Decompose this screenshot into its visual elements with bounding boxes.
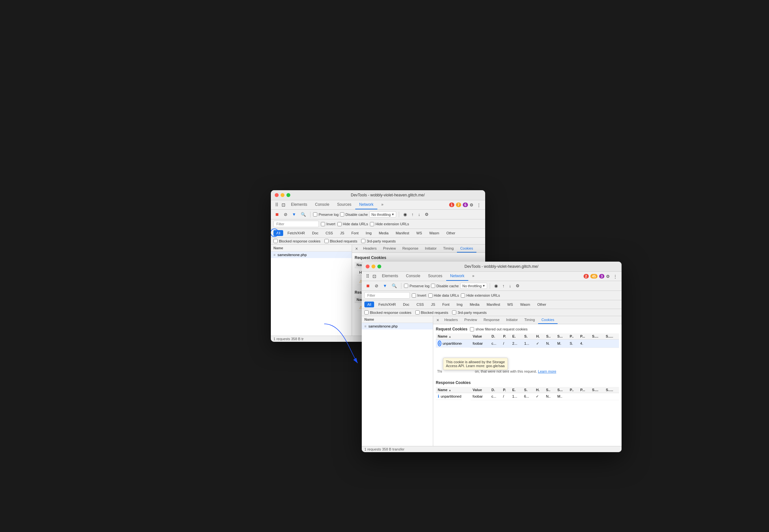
invert-checkbox-2[interactable] (412, 293, 416, 298)
blocked-cookies-cb-2[interactable] (364, 310, 368, 315)
third-party-cb-2[interactable] (452, 310, 456, 315)
close-detail-btn-2[interactable]: × (435, 316, 441, 324)
more-btn-1[interactable]: ⋮ (475, 202, 483, 208)
show-filtered-cb-2[interactable] (470, 327, 474, 331)
wifi-icon-1[interactable]: ◉ (402, 211, 409, 218)
blocked-req-cb-1[interactable] (324, 239, 329, 243)
preserve-log-label-1[interactable]: Preserve log (313, 212, 339, 217)
devtools-icon-1[interactable]: ⠿ (273, 201, 280, 208)
s5-col-h2[interactable]: S..... (604, 333, 619, 340)
name-col-h2[interactable]: Name ▲ (436, 333, 471, 340)
resp-name-col-h2[interactable]: Name ▲ (436, 387, 471, 393)
tab-elements-1[interactable]: Elements (287, 200, 311, 209)
resp-d-col-h2[interactable]: D. (490, 387, 501, 393)
clear-btn-2[interactable]: ⊘ (373, 282, 380, 289)
throttle-select-2[interactable]: No throttling ▾ (460, 283, 487, 289)
disable-cache-checkbox-2[interactable] (431, 284, 435, 288)
filter-fetch-2[interactable]: Fetch/XHR (375, 302, 399, 307)
response-tab-2[interactable]: Response (480, 316, 503, 324)
p2-col-h2[interactable]: P.. (568, 333, 578, 340)
filter-btn-1[interactable]: ▼ (290, 211, 298, 218)
resp-s5-col-h2[interactable]: S..... (604, 387, 619, 393)
cookies-tab-2[interactable]: Cookies (538, 316, 558, 324)
request-item-1[interactable]: ≡ samesitenone.php (271, 252, 352, 258)
resp-info-icon-2[interactable]: ℹ (438, 394, 440, 399)
close-button-1[interactable] (275, 193, 279, 197)
resp-p2-col-h2[interactable]: P.. (568, 387, 578, 393)
throttle-select-1[interactable]: No throttling ▾ (369, 211, 396, 217)
resp-p-col-h2[interactable]: P. (501, 387, 510, 393)
filter-media-2[interactable]: Media (467, 302, 482, 307)
resp-s2-col-h2[interactable]: S.. (544, 387, 555, 393)
initiator-tab-1[interactable]: Initiator (422, 245, 440, 253)
tab-elements-2[interactable]: Elements (378, 272, 402, 281)
req-cookie-row-2[interactable]: ℹ unpartitioned foobar c... / 2... 1... … (436, 340, 619, 348)
blocked-req-label-1[interactable]: Blocked requests (324, 239, 357, 243)
s3-col-h2[interactable]: S... (555, 333, 568, 340)
filter-wasm-2[interactable]: Wasm (517, 302, 533, 307)
request-item-2[interactable]: ≡ samesitenone.php (362, 323, 433, 329)
device-icon-1[interactable]: ⊡ (280, 201, 287, 208)
s2-col-h2[interactable]: S.. (544, 333, 555, 340)
resp-value-col-h2[interactable]: Value (471, 387, 490, 393)
search-btn-1[interactable]: 🔍 (299, 211, 307, 218)
cookies-tab-1[interactable]: Cookies (457, 245, 477, 253)
third-party-cb-1[interactable] (361, 239, 365, 243)
settings-btn-2[interactable]: ⚙ (604, 273, 612, 280)
upload-icon-1[interactable]: ↑ (410, 211, 416, 218)
filter-font-2[interactable]: Font (440, 302, 453, 307)
timing-tab-1[interactable]: Timing (440, 245, 457, 253)
disable-cache-label-1[interactable]: Disable cache (340, 212, 368, 217)
filter-input-2[interactable] (364, 292, 410, 299)
download-icon-2[interactable]: ↓ (508, 282, 513, 289)
hide-ext-urls-label-2[interactable]: Hide extension URLs (461, 293, 500, 298)
filter-manifest-2[interactable]: Manifest (484, 302, 503, 307)
s4-col-h2[interactable]: S.... (590, 333, 604, 340)
blocked-req-label-2[interactable]: Blocked requests (416, 310, 448, 315)
value-col-h2[interactable]: Value (471, 333, 490, 340)
disable-cache-label-2[interactable]: Disable cache (431, 284, 459, 288)
device-icon-2[interactable]: ⊡ (371, 273, 378, 280)
filter-ws-1[interactable]: WS (414, 230, 425, 236)
stop-btn-1[interactable]: ⏹ (273, 211, 281, 218)
filter-all-1[interactable]: All (273, 230, 283, 236)
filter-manifest-1[interactable]: Manifest (393, 230, 412, 236)
p3-col-h2[interactable]: P... (578, 333, 590, 340)
show-filtered-label-2[interactable]: show filtered out request cookies (470, 327, 527, 331)
tab-console-2[interactable]: Console (402, 272, 424, 281)
network-settings-1[interactable]: ⚙ (423, 211, 430, 218)
stop-btn-2[interactable]: ⏹ (364, 282, 372, 289)
headers-tab-1[interactable]: Headers (360, 245, 380, 253)
third-party-label-2[interactable]: 3rd-party requests (452, 310, 487, 315)
close-detail-btn-1[interactable]: × (353, 245, 360, 253)
tab-more-1[interactable]: » (377, 200, 388, 209)
tab-network-2[interactable]: Network (446, 272, 468, 281)
e-col-h2[interactable]: E. (511, 333, 523, 340)
download-icon-1[interactable]: ↓ (417, 211, 422, 218)
hide-ext-urls-label-1[interactable]: Hide extension URLs (370, 222, 409, 226)
hide-data-urls-checkbox-1[interactable] (337, 222, 341, 226)
hide-ext-urls-checkbox-1[interactable] (370, 222, 374, 226)
filter-doc-1[interactable]: Doc (309, 230, 321, 236)
minimize-button-1[interactable] (280, 193, 284, 197)
filter-css-1[interactable]: CSS (323, 230, 336, 236)
resp-s3-col-h2[interactable]: S... (555, 387, 568, 393)
info-icon-2[interactable]: ℹ (438, 340, 441, 346)
headers-tab-2[interactable]: Headers (441, 316, 461, 324)
disable-cache-checkbox-1[interactable] (340, 212, 344, 217)
resp-e-col-h2[interactable]: E. (510, 387, 522, 393)
third-party-label-1[interactable]: 3rd-party requests (361, 239, 396, 243)
maximize-button-2[interactable] (377, 265, 381, 268)
tab-more-2[interactable]: » (468, 272, 478, 281)
d-col-h2[interactable]: D. (490, 333, 502, 340)
hide-data-urls-checkbox-2[interactable] (428, 293, 433, 298)
response-tab-1[interactable]: Response (399, 245, 422, 253)
hide-data-urls-label-2[interactable]: Hide data URLs (428, 293, 459, 298)
filter-other-1[interactable]: Other (443, 230, 458, 236)
timing-tab-2[interactable]: Timing (521, 316, 539, 324)
more-btn-2[interactable]: ⋮ (612, 273, 619, 280)
resp-s4-col-h2[interactable]: S.... (590, 387, 604, 393)
hide-data-urls-label-1[interactable]: Hide data URLs (337, 222, 368, 226)
resp-cookie-row-2[interactable]: ℹ unpartitioned foobar c... / 1... 6... … (436, 393, 619, 400)
search-btn-2[interactable]: 🔍 (390, 282, 399, 289)
